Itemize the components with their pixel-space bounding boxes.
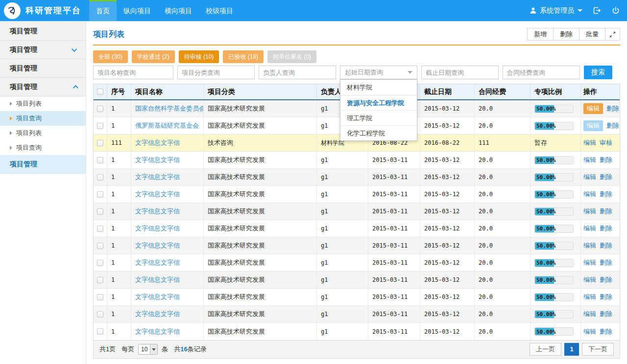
project-name-link[interactable]: 文字信息文字信	[135, 190, 180, 199]
op-delete-button[interactable]: 删除	[600, 207, 612, 216]
sidebar-sub-item[interactable]: 项目查询	[0, 140, 86, 155]
op-edit-button[interactable]: 编辑	[583, 275, 596, 284]
project-name-link[interactable]: 文字信息文字信	[135, 327, 180, 336]
op-edit-button[interactable]: 编辑	[583, 103, 603, 114]
project-name-link[interactable]: 国家自然科学基金委员会	[135, 104, 204, 113]
op-delete-button[interactable]: 删除	[600, 224, 612, 233]
search-input-4[interactable]	[421, 66, 499, 79]
op-edit-button[interactable]: 编辑	[583, 138, 596, 147]
op-delete-button[interactable]: 删除	[606, 121, 619, 130]
op-edit-button[interactable]: 编辑	[583, 241, 596, 250]
power-button[interactable]	[611, 6, 620, 15]
expand-button[interactable]	[605, 28, 620, 41]
op-delete-button[interactable]: 删除	[600, 173, 612, 182]
filter-button[interactable]: 待审核 (10)	[179, 50, 219, 63]
search-input-2[interactable]	[259, 66, 336, 79]
top-nav-tab[interactable]: 首页	[89, 0, 117, 22]
tab-label: 首页	[96, 7, 110, 15]
op-delete-button[interactable]: 删除	[600, 258, 612, 267]
op-edit-button[interactable]: 编辑	[583, 327, 596, 336]
row-checkbox[interactable]	[97, 243, 103, 249]
sidebar-sub-item[interactable]: 项目查询	[0, 111, 86, 126]
row-checkbox[interactable]	[97, 191, 103, 198]
project-name-link[interactable]: 文字信息文字信	[135, 173, 180, 182]
project-name-link[interactable]: 俄罗斯基础研究基金会	[135, 121, 199, 130]
top-nav-tab[interactable]: 纵向项目	[117, 0, 158, 22]
logout-button[interactable]	[592, 6, 602, 15]
row-checkbox[interactable]	[97, 294, 103, 300]
search-button[interactable]: 搜索	[584, 66, 612, 79]
top-nav-tab[interactable]: 横向项目	[158, 0, 199, 22]
search-input-5[interactable]	[503, 66, 580, 79]
op-delete-button[interactable]: 删除	[606, 104, 619, 113]
cell-end-date: 2015-03-12	[420, 169, 475, 185]
op-edit-button[interactable]: 编辑	[583, 190, 596, 199]
project-name-link[interactable]: 文字信息文字信	[135, 138, 180, 147]
row-checkbox[interactable]	[97, 157, 103, 163]
row-checkbox[interactable]	[97, 174, 103, 181]
batch-button[interactable]: 批量	[579, 28, 605, 41]
row-checkbox[interactable]	[97, 140, 103, 146]
op-delete-button[interactable]: 删除	[600, 241, 612, 250]
next-page-button[interactable]: 下一页	[582, 343, 614, 356]
op-edit-button[interactable]: 编辑	[583, 293, 596, 301]
op-edit-button[interactable]: 编辑	[583, 120, 603, 131]
row-checkbox[interactable]	[97, 123, 103, 129]
project-name-link[interactable]: 文字信息文字信	[135, 207, 180, 216]
filter-button[interactable]: 学校通过 (2)	[132, 50, 175, 63]
sidebar-group-item[interactable]: 项目管理	[0, 59, 86, 78]
op-edit-button[interactable]: 编辑	[583, 310, 596, 318]
project-name-link[interactable]: 文字信息文字信	[135, 224, 180, 233]
sidebar-group-item[interactable]: 项目管理	[0, 41, 86, 59]
project-name-link[interactable]: 文字信息文字信	[135, 156, 180, 164]
filter-button[interactable]: 同单位重名 (0)	[267, 50, 316, 63]
sidebar-group-item[interactable]: 项目管理	[0, 22, 86, 41]
dropdown-option[interactable]: 资源与安全工程学院	[340, 95, 417, 110]
row-checkbox[interactable]	[97, 106, 103, 112]
op-delete-button[interactable]: 删除	[600, 156, 612, 164]
sidebar-group-item[interactable]: 项目管理	[0, 155, 86, 174]
op-edit-button[interactable]: 编辑	[583, 173, 596, 182]
op-edit-button[interactable]: 编辑	[583, 207, 596, 216]
op-edit-button[interactable]: 编辑	[583, 156, 596, 164]
dropdown-option[interactable]: 理工学院	[340, 110, 417, 125]
op-delete-button[interactable]: 删除	[600, 310, 612, 318]
row-checkbox[interactable]	[97, 311, 103, 318]
project-name-link[interactable]: 文字信息文字信	[135, 310, 180, 318]
row-checkbox[interactable]	[97, 328, 103, 335]
sidebar-group-item[interactable]: 项目管理	[0, 78, 86, 96]
per-page-dropdown-button[interactable]	[150, 344, 157, 354]
op-edit-button[interactable]: 编辑	[583, 224, 596, 233]
per-page-select[interactable]: 10	[138, 344, 158, 355]
op-delete-button[interactable]: 删除	[600, 275, 612, 284]
row-checkbox[interactable]	[97, 208, 103, 215]
page-1-button[interactable]: 1	[564, 343, 579, 356]
op-delete-button[interactable]: 删除	[600, 293, 612, 301]
dropdown-option[interactable]: 材料学院	[340, 80, 417, 95]
top-nav-tab[interactable]: 校级项目	[199, 0, 240, 22]
add-button[interactable]: 新增	[527, 28, 554, 41]
select-all-checkbox[interactable]	[97, 89, 103, 95]
filter-button[interactable]: 已验收 (18)	[223, 50, 264, 63]
user-menu[interactable]: 系统管理员	[530, 6, 582, 15]
row-checkbox[interactable]	[97, 260, 103, 266]
search-input-0[interactable]	[93, 66, 173, 79]
project-name-link[interactable]: 文字信息文字信	[135, 241, 180, 250]
sidebar-sub-item[interactable]: 项目列表	[0, 126, 86, 140]
project-name-link[interactable]: 文字信息文字信	[135, 275, 180, 284]
project-name-link[interactable]: 文字信息文字信	[135, 258, 180, 267]
op-delete-button[interactable]: 删除	[600, 190, 612, 199]
search-input-1[interactable]	[177, 66, 255, 79]
project-name-link[interactable]: 文字信息文字信	[135, 293, 180, 301]
op-edit-button[interactable]: 编辑	[583, 258, 596, 267]
op-review-button[interactable]: 审核	[600, 138, 612, 147]
dropdown-option[interactable]: 化学工程学院	[340, 125, 417, 140]
op-delete-button[interactable]: 删除	[600, 327, 612, 336]
filter-button[interactable]: 全部 (30)	[93, 50, 128, 63]
row-checkbox[interactable]	[97, 277, 103, 283]
start-date-select[interactable]: 起始日期查询	[340, 66, 417, 79]
sidebar-sub-item[interactable]: 项目列表	[0, 96, 86, 111]
row-checkbox[interactable]	[97, 226, 103, 232]
prev-page-button[interactable]: 上一页	[530, 343, 561, 356]
delete-button[interactable]: 删除	[553, 28, 579, 41]
